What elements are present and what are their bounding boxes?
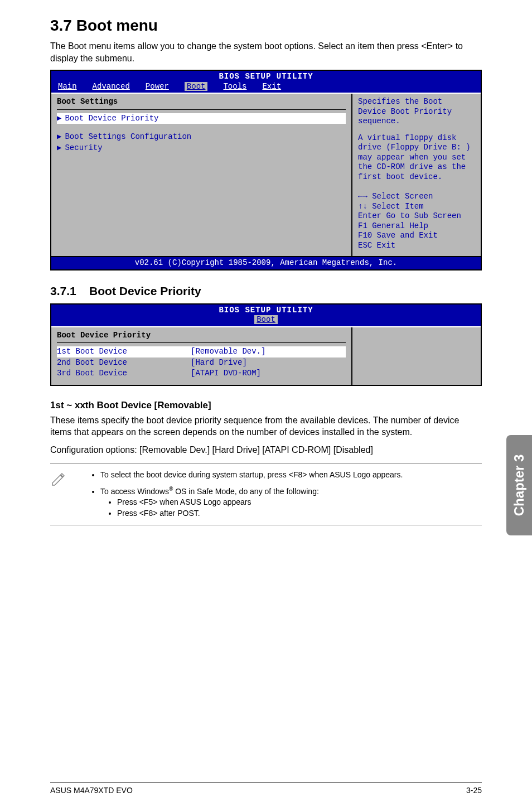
- bios-title: BIOS SETUP UTILITY: [51, 305, 481, 316]
- bios-item-label: Boot Settings Configuration: [65, 132, 191, 141]
- divider: [57, 109, 346, 110]
- tab-main: Main: [58, 82, 77, 91]
- bios-row-label: 2nd Boot Device: [57, 358, 191, 368]
- help-f1: F1 General Help: [358, 221, 475, 231]
- bios-row-label: 3rd Boot Device: [57, 369, 191, 379]
- bios-item-boot-settings-config: ▶Boot Settings Configuration: [57, 132, 346, 143]
- bios-title: BIOS SETUP UTILITY: [51, 71, 481, 82]
- bios-copyright-footer: v02.61 (C)Copyright 1985-2009, American …: [51, 256, 481, 269]
- note-text: To access Windows: [100, 487, 169, 496]
- bios-help-note: A virtual floppy disk drive (Floppy Driv…: [358, 133, 475, 182]
- intro-paragraph: The Boot menu items allow you to change …: [50, 40, 482, 64]
- config-paragraph: These items specify the boot device prio…: [50, 414, 482, 438]
- bios-left-heading: Boot Settings: [57, 97, 346, 107]
- section-title: 3.7 Boot menu: [50, 17, 482, 35]
- tab-advanced: Advanced: [93, 82, 130, 91]
- bios-help-desc: Specifies the Boot Device Boot Priority …: [358, 97, 475, 127]
- help-select-screen: ←→ Select Screen: [358, 192, 475, 202]
- help-select-item: ↑↓ Select Item: [358, 202, 475, 212]
- tab-power: Power: [146, 82, 169, 91]
- bios-left-heading: Boot Device Priority: [57, 331, 346, 341]
- bios-row-value: [Hard Drive]: [191, 358, 247, 368]
- note-item-1: To select the boot device during system …: [100, 470, 482, 481]
- note-item-2: To access Windows® OS in Safe Mode, do a…: [100, 485, 482, 519]
- bios-item-security: ▶Security: [57, 143, 346, 154]
- pencil-icon: [50, 470, 67, 519]
- bios-row-1st-boot: 1st Boot Device [Removable Dev.]: [57, 346, 346, 357]
- bios-row-2nd-boot: 2nd Boot Device [Hard Drive]: [57, 357, 346, 369]
- tab-tools: Tools: [223, 82, 246, 91]
- bios-tabs-row: Boot: [51, 315, 481, 326]
- bios-row-3rd-boot: 3rd Boot Device [ATAPI DVD-ROM]: [57, 368, 346, 379]
- subsection-number: 3.7.1: [50, 284, 76, 297]
- note-subitem-2: Press <F8> after POST.: [117, 508, 482, 519]
- triangle-icon: ▶: [57, 143, 61, 152]
- bios-screenshot-boot-menu: BIOS SETUP UTILITY MainAdvancedPowerBoot…: [50, 70, 482, 270]
- tab-exit: Exit: [262, 82, 281, 91]
- footer-page-number: 3-25: [466, 786, 482, 795]
- triangle-icon: ▶: [57, 114, 61, 123]
- note-text: OS in Safe Mode, do any of the following…: [173, 487, 319, 496]
- tab-boot: Boot: [254, 315, 278, 324]
- chapter-tab: Chapter 3: [506, 435, 532, 535]
- bios-row-label: 1st Boot Device: [57, 347, 191, 357]
- bios-row-value: [Removable Dev.]: [191, 347, 265, 357]
- subsection-title: Boot Device Priority: [89, 284, 201, 297]
- bios-item-label: Security: [65, 143, 102, 152]
- bios-tabs-row: MainAdvancedPowerBootToolsExit: [51, 82, 481, 93]
- bios-screenshot-boot-device-priority: BIOS SETUP UTILITY Boot Boot Device Prio…: [50, 303, 482, 386]
- help-f10: F10 Save and Exit: [358, 231, 475, 241]
- bios-row-value: [ATAPI DVD-ROM]: [191, 369, 261, 379]
- chapter-tab-label: Chapter 3: [511, 455, 527, 516]
- note-subitem-1: Press <F5> when ASUS Logo appears: [117, 497, 482, 508]
- help-sub-screen: Enter Go to Sub Screen: [358, 211, 475, 221]
- footer-product: ASUS M4A79XTD EVO: [50, 786, 133, 795]
- bios-item-boot-device-priority: ▶Boot Device Priority: [57, 113, 346, 124]
- config-heading: 1st ~ xxth Boot Device [Removable]: [50, 400, 482, 411]
- note-block: To select the boot device during system …: [50, 463, 482, 525]
- triangle-icon: ▶: [57, 132, 61, 141]
- subsection-heading: 3.7.1 Boot Device Priority: [50, 284, 482, 298]
- divider: [57, 342, 346, 343]
- tab-boot: Boot: [185, 82, 208, 91]
- help-esc: ESC Exit: [358, 241, 475, 251]
- bios-item-label: Boot Device Priority: [65, 114, 158, 123]
- page-footer: ASUS M4A79XTD EVO 3-25: [50, 782, 482, 803]
- config-options: Configuration options: [Removable Dev.] …: [50, 444, 482, 456]
